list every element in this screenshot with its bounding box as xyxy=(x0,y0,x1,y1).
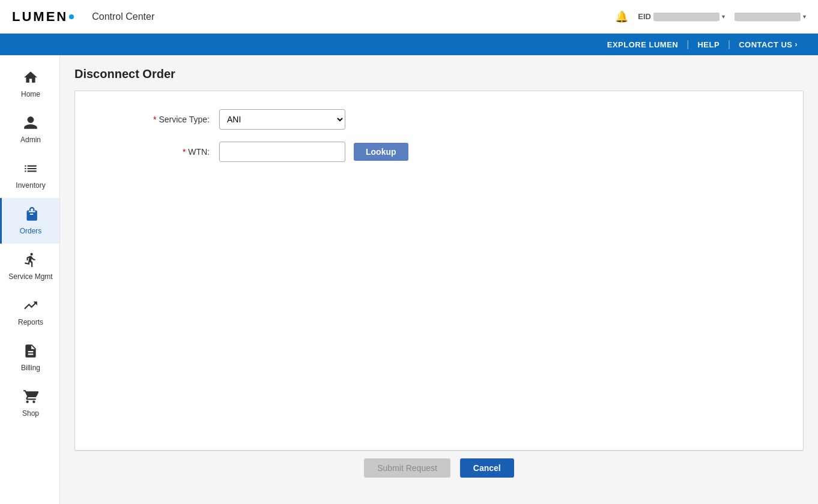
logo: LUMEN xyxy=(12,9,74,25)
sidebar-item-admin[interactable]: Admin xyxy=(0,107,59,152)
sidebar-label-billing: Billing xyxy=(21,364,40,372)
action-bar: Submit Request Cancel xyxy=(74,451,804,485)
service-mgmt-icon xyxy=(23,252,38,270)
sidebar-item-service-mgmt[interactable]: Service Mgmt xyxy=(0,244,59,289)
eid-label: EID xyxy=(638,12,651,21)
eid-chevron: ▾ xyxy=(722,13,725,20)
top-header: LUMEN Control Center 🔔 EID ████████████ … xyxy=(0,0,818,34)
shop-icon xyxy=(23,389,38,407)
home-icon xyxy=(23,70,38,88)
wtn-input[interactable] xyxy=(219,142,345,162)
sidebar-label-service-mgmt: Service Mgmt xyxy=(8,272,52,281)
sidebar-item-reports[interactable]: Reports xyxy=(0,289,59,335)
sidebar-item-billing[interactable]: Billing xyxy=(0,335,59,380)
reports-icon xyxy=(23,298,38,316)
service-type-label: * Service Type: xyxy=(99,115,219,124)
user-chevron: ▾ xyxy=(803,13,806,20)
sidebar-item-orders[interactable]: Orders xyxy=(0,198,59,244)
blue-nav: EXPLORE LUMEN | HELP | CONTACT US › xyxy=(0,34,818,55)
bell-icon[interactable]: 🔔 xyxy=(615,10,628,23)
service-type-row: * Service Type: ANI DID Toll Free xyxy=(75,109,803,130)
app-title: Control Center xyxy=(92,11,154,22)
wtn-required-star: * xyxy=(183,147,186,157)
user-section[interactable]: ████████████ ▾ xyxy=(735,13,806,21)
nav-help[interactable]: HELP xyxy=(689,34,728,55)
page-title: Disconnect Order xyxy=(74,67,804,81)
service-type-select[interactable]: ANI DID Toll Free xyxy=(219,109,345,130)
nav-contact-us[interactable]: CONTACT US › xyxy=(730,34,806,55)
submit-request-button[interactable]: Submit Request xyxy=(364,458,450,478)
sidebar-label-admin: Admin xyxy=(20,136,41,144)
sidebar-label-shop: Shop xyxy=(22,409,39,418)
sidebar-item-inventory[interactable]: Inventory xyxy=(0,152,59,198)
sidebar-label-orders: Orders xyxy=(20,227,42,235)
nav-explore-lumen[interactable]: EXPLORE LUMEN xyxy=(599,34,686,55)
logo-dot xyxy=(69,14,74,19)
user-masked: ████████████ xyxy=(735,13,801,21)
contact-arrow: › xyxy=(795,40,798,49)
sidebar-label-reports: Reports xyxy=(18,318,43,326)
form-card: * Service Type: ANI DID Toll Free * WTN:… xyxy=(74,91,804,451)
lookup-button[interactable]: Lookup xyxy=(354,143,408,161)
eid-masked: ████████████ xyxy=(653,13,720,21)
wtn-label: * WTN: xyxy=(99,147,219,157)
header-right: 🔔 EID ████████████ ▾ ████████████ ▾ xyxy=(615,10,806,23)
billing-icon xyxy=(23,343,38,361)
eid-section[interactable]: EID ████████████ ▾ xyxy=(638,12,725,21)
service-type-required-star: * xyxy=(153,115,156,124)
cancel-button[interactable]: Cancel xyxy=(460,458,514,478)
logo-text: LUMEN xyxy=(12,9,68,25)
nav-divider-2: | xyxy=(728,39,730,50)
sidebar-label-inventory: Inventory xyxy=(16,181,45,190)
wtn-row: * WTN: Lookup xyxy=(75,142,803,162)
orders-icon xyxy=(23,206,38,224)
nav-divider-1: | xyxy=(686,39,689,50)
sidebar-label-home: Home xyxy=(21,90,40,98)
inventory-icon xyxy=(23,161,38,179)
main-layout: Home Admin Inventory Orders Service Mgmt xyxy=(0,55,818,504)
sidebar: Home Admin Inventory Orders Service Mgmt xyxy=(0,55,60,504)
sidebar-item-shop[interactable]: Shop xyxy=(0,380,59,426)
admin-icon xyxy=(23,115,38,133)
main-content: Disconnect Order * Service Type: ANI DID… xyxy=(60,55,818,504)
sidebar-item-home[interactable]: Home xyxy=(0,61,59,107)
